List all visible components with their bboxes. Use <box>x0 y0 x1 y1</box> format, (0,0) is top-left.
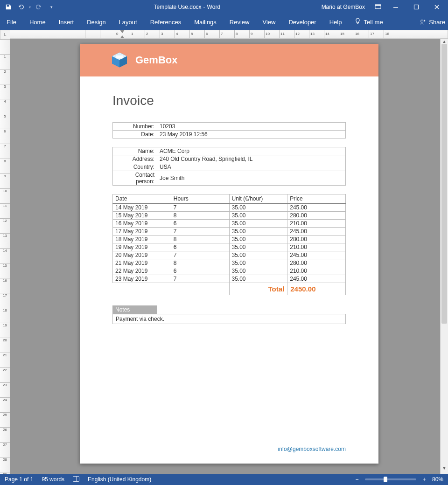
status-bar: Page 1 of 1 95 words English (United Kin… <box>0 474 448 485</box>
vertical-ruler[interactable]: 1234567891011121314151617181920212223242… <box>0 39 10 474</box>
undo-dropdown-icon[interactable]: ▾ <box>29 5 31 9</box>
table-row: 23 May 2019735.00245.00 <box>113 275 346 283</box>
share-button[interactable]: Share <box>420 19 445 26</box>
document-header-band: GemBox <box>80 44 378 76</box>
zoom-slider-thumb[interactable] <box>384 477 387 482</box>
tab-view[interactable]: View <box>256 14 282 30</box>
share-label: Share <box>429 19 445 26</box>
cell-unit: 35.00 <box>229 259 287 267</box>
brand-name: GemBox <box>135 54 177 66</box>
close-button[interactable] <box>427 0 446 14</box>
table-row: 22 May 2019635.00210.00 <box>113 267 346 275</box>
table-row: 17 May 2019735.00245.00 <box>113 228 346 236</box>
ribbon-display-options-button[interactable] <box>371 1 385 13</box>
total-label: Total <box>229 283 287 295</box>
word-count[interactable]: 95 words <box>42 476 64 483</box>
minimize-button[interactable] <box>386 0 405 14</box>
table-row: Name:ACME Corp <box>113 147 346 155</box>
quick-access-toolbar: ▾ ▾ <box>0 1 53 13</box>
cell-price: 245.00 <box>287 228 346 236</box>
tab-layout[interactable]: Layout <box>112 14 144 30</box>
cell-date: 20 May 2019 <box>113 251 171 259</box>
table-row: 15 May 2019835.00280.00 <box>113 212 346 220</box>
zoom-in-button[interactable]: + <box>421 476 427 483</box>
invoice-title: Invoice <box>112 93 346 108</box>
tab-home[interactable]: Home <box>23 14 52 30</box>
table-row: 18 May 2019835.00280.00 <box>113 236 346 243</box>
ribbon-tabs: File Home Insert Design Layout Reference… <box>0 14 448 30</box>
tab-file[interactable]: File <box>0 14 23 30</box>
table-header-row: Date Hours Unit (€/hour) Price <box>113 194 346 204</box>
tab-developer[interactable]: Developer <box>282 14 322 30</box>
cell-date: 23 May 2019 <box>113 275 171 283</box>
footer-link[interactable]: info@gemboxsoftware.com <box>278 446 346 452</box>
cell-price: 280.00 <box>287 212 346 220</box>
cell-unit: 35.00 <box>229 251 287 259</box>
cell-unit: 35.00 <box>229 228 287 236</box>
cell-price: 280.00 <box>287 259 346 267</box>
table-row: Number:10203 <box>113 123 346 131</box>
zoom-level[interactable]: 80% <box>432 476 443 483</box>
title-bar: ▾ ▾ Template Use.docx - Word Mario at Ge… <box>0 0 448 14</box>
scroll-down-arrow-icon[interactable]: ▼ <box>441 466 448 474</box>
tab-help[interactable]: Help <box>323 14 349 30</box>
cell-hours: 8 <box>171 236 229 243</box>
svg-rect-2 <box>393 7 398 8</box>
svg-point-4 <box>421 20 423 22</box>
total-value: 2450.00 <box>287 283 346 295</box>
workspace: 1234567891011121314151617181920212223242… <box>0 39 448 474</box>
cell-date: 16 May 2019 <box>113 220 171 228</box>
bulb-icon <box>355 18 361 26</box>
share-icon <box>420 19 426 25</box>
cell-unit: 35.00 <box>229 267 287 275</box>
meta-label: Contact person: <box>113 171 157 186</box>
maximize-button[interactable] <box>407 0 426 14</box>
scrollbar-thumb[interactable] <box>441 44 447 324</box>
redo-button[interactable] <box>33 1 44 13</box>
vertical-scrollbar[interactable]: ▲ ▼ <box>440 39 448 474</box>
document-body[interactable]: Invoice Number:10203 Date:23 May 2019 12… <box>80 76 378 333</box>
notes-text: Payment via check. <box>112 314 346 324</box>
tell-me-label: Tell me <box>364 19 383 26</box>
tell-me-search[interactable]: Tell me <box>348 14 389 30</box>
meta-label: Country: <box>113 163 157 171</box>
tab-strip: File Home Insert Design Layout Reference… <box>0 14 390 30</box>
table-row: 19 May 2019635.00210.00 <box>113 243 346 251</box>
meta-value: 240 Old Country Road, Springfield, IL <box>157 155 346 163</box>
notes-block: Notes Payment via check. <box>112 305 346 324</box>
cell-price: 245.00 <box>287 251 346 259</box>
meta-value: USA <box>157 163 346 171</box>
invoice-meta-table-1: Number:10203 Date:23 May 2019 12:56 <box>112 122 346 139</box>
meta-value: 23 May 2019 12:56 <box>157 131 346 139</box>
tab-references[interactable]: References <box>144 14 188 30</box>
invoice-items-table: Date Hours Unit (€/hour) Price 14 May 20… <box>112 194 346 295</box>
undo-button[interactable] <box>16 1 27 13</box>
user-name[interactable]: Mario at GemBox <box>322 4 365 10</box>
cell-price: 245.00 <box>287 203 346 212</box>
total-row: Total 2450.00 <box>113 283 346 295</box>
table-row: Date:23 May 2019 12:56 <box>113 131 346 139</box>
page-info[interactable]: Page 1 of 1 <box>5 476 33 483</box>
cell-unit: 35.00 <box>229 236 287 243</box>
tab-review[interactable]: Review <box>223 14 256 30</box>
horizontal-ruler[interactable]: 0123456789101112131415161718 <box>10 30 448 39</box>
document-name: Template Use.docx <box>154 4 202 10</box>
cell-date: 17 May 2019 <box>113 228 171 236</box>
page[interactable]: GemBox Invoice Number:10203 Date:23 May … <box>80 44 378 464</box>
tab-selector[interactable]: L <box>0 30 10 39</box>
zoom-slider[interactable] <box>365 478 416 480</box>
save-button[interactable] <box>3 1 14 13</box>
cell-price: 210.00 <box>287 243 346 251</box>
document-scroll-area[interactable]: GemBox Invoice Number:10203 Date:23 May … <box>10 39 448 474</box>
language-status[interactable]: English (United Kingdom) <box>88 476 151 483</box>
table-row: Contact person:Joe Smith <box>113 171 346 186</box>
table-row: 14 May 2019735.00245.00 <box>113 203 346 212</box>
spellcheck-icon[interactable] <box>73 476 79 483</box>
tab-design[interactable]: Design <box>80 14 112 30</box>
cell-unit: 35.00 <box>229 203 287 212</box>
zoom-out-button[interactable]: − <box>354 476 360 483</box>
tab-mailings[interactable]: Mailings <box>188 14 223 30</box>
meta-label: Address: <box>113 155 157 163</box>
meta-value: ACME Corp <box>157 147 346 155</box>
tab-insert[interactable]: Insert <box>52 14 81 30</box>
